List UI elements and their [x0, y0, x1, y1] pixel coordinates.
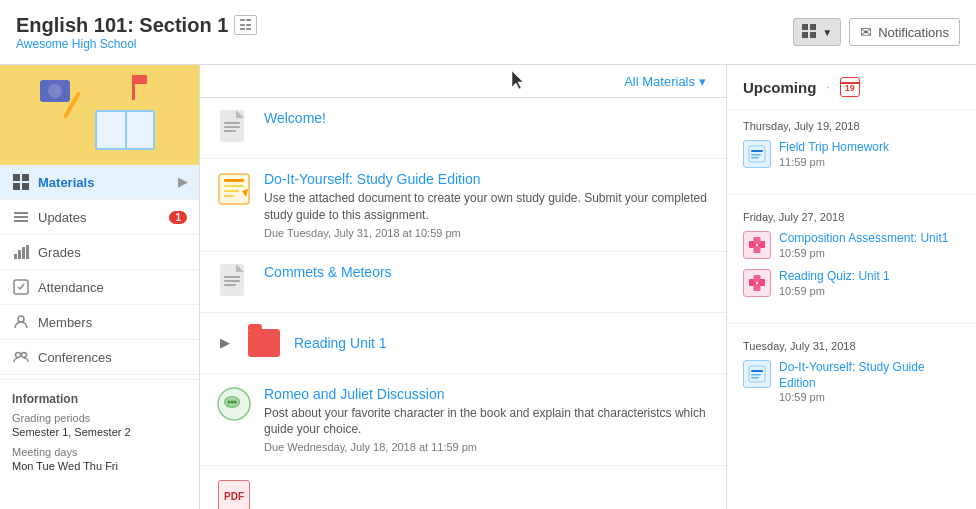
commets-item-body: Commets & Meteors [264, 264, 710, 280]
document2-icon [216, 264, 252, 300]
romeo-due: Due Wednesday, July 18, 2018 at 11:59 pm [264, 441, 710, 453]
meeting-days-value: Mon Tue Wed Thu Fri [12, 460, 187, 472]
sidebar-item-members[interactable]: Members [0, 305, 199, 340]
composition-title[interactable]: Composition Assessment: Unit1 [779, 231, 960, 247]
dropdown-chevron-icon: ▾ [699, 74, 706, 89]
svg-rect-3 [22, 183, 29, 190]
attendance-icon [12, 278, 30, 296]
svg-rect-22 [224, 130, 236, 132]
sidebar-item-attendance[interactable]: Attendance [0, 270, 199, 305]
top-bar-left: English 101: Section 1 ☷ Awesome High Sc… [16, 14, 257, 51]
divider [727, 194, 976, 195]
flag-shape [132, 75, 135, 100]
members-icon [12, 313, 30, 331]
svg-rect-54 [751, 374, 761, 376]
grading-periods-value: Semester 1, Semester 2 [12, 426, 187, 438]
view-toggle-button[interactable]: ▼ [793, 18, 841, 46]
commets-title[interactable]: Commets & Meteors [264, 264, 710, 280]
notifications-label: Notifications [878, 25, 949, 40]
all-materials-button[interactable]: All Materials ▾ [624, 74, 706, 89]
main-layout: Materials ▶ Updates 1 Grades At [0, 65, 976, 509]
meeting-days-label: Meeting days [12, 446, 187, 458]
folder-toggle-icon[interactable]: ▶ [216, 334, 234, 352]
page-title: English 101: Section 1 ☷ [16, 14, 257, 37]
diy-description: Use the attached document to create your… [264, 190, 710, 224]
svg-rect-20 [224, 122, 240, 124]
conferences-icon [12, 348, 30, 366]
sidebar-item-updates-label: Updates [38, 210, 161, 225]
pdf-icon: PDF [216, 478, 252, 509]
svg-rect-5 [14, 216, 28, 218]
svg-rect-42 [751, 154, 761, 156]
sidebar-item-grades[interactable]: Grades [0, 235, 199, 270]
content-main: All Materials ▾ [200, 65, 726, 509]
info-section-title: Information [12, 392, 187, 406]
list-item: ▶ Reading Unit 1 [200, 313, 726, 374]
reading-quiz-title[interactable]: Reading Quiz: Unit 1 [779, 269, 960, 285]
sidebar-item-conferences[interactable]: Conferences [0, 340, 199, 375]
calendar-day-number: 19 [845, 84, 855, 93]
all-materials-label: All Materials [624, 74, 695, 89]
sidebar-item-members-label: Members [38, 315, 187, 330]
diy-event-icon [743, 360, 771, 388]
upcoming-section-1: Friday, July 27, 2018 Composition Assess… [727, 201, 976, 317]
sidebar-item-grades-label: Grades [38, 245, 187, 260]
hero-illustration [35, 75, 165, 155]
svg-rect-25 [224, 185, 244, 187]
upcoming-dot: · [826, 80, 829, 94]
svg-rect-26 [224, 190, 239, 192]
welcome-title[interactable]: Welcome! [264, 110, 710, 126]
cursor-icon [512, 71, 526, 91]
book-shape [95, 110, 155, 150]
pdf-shape: PDF [218, 480, 250, 509]
assignment-icon [216, 171, 252, 207]
sidebar-item-conferences-label: Conferences [38, 350, 187, 365]
svg-point-15 [16, 353, 21, 358]
upcoming-date-1: Friday, July 27, 2018 [743, 211, 960, 223]
document-icon [216, 110, 252, 146]
material-list: Welcome! [200, 98, 726, 509]
romeo-description: Post about your favorite character in th… [264, 405, 710, 439]
svg-rect-55 [751, 377, 759, 379]
svg-rect-53 [751, 370, 763, 372]
list-item: Do-It-Yourself: Study Guide Edition Use … [200, 159, 726, 252]
upcoming-event-reading-quiz: Reading Quiz: Unit 1 10:59 pm [743, 269, 960, 297]
svg-point-16 [22, 353, 27, 358]
calendar-icon[interactable]: 19 [840, 77, 860, 97]
sidebar-nav: Materials ▶ Updates 1 Grades At [0, 165, 199, 375]
field-trip-body: Field Trip Homework 11:59 pm [779, 140, 960, 168]
svg-rect-41 [751, 150, 763, 152]
divider-2 [727, 323, 976, 324]
list-item: Commets & Meteors [200, 252, 726, 313]
welcome-item-body: Welcome! [264, 110, 710, 126]
sidebar-item-updates[interactable]: Updates 1 [0, 200, 199, 235]
upcoming-event-composition: Composition Assessment: Unit1 10:59 pm [743, 231, 960, 259]
updates-badge: 1 [169, 211, 187, 224]
diy-upcoming-title[interactable]: Do-It-Yourself: Study Guide Edition [779, 360, 960, 391]
svg-rect-50 [754, 275, 761, 282]
course-hero-image [0, 65, 199, 165]
field-trip-title[interactable]: Field Trip Homework [779, 140, 960, 156]
dropdown-arrow-icon: ▼ [822, 27, 832, 38]
notifications-button[interactable]: ✉ Notifications [849, 18, 960, 46]
top-bar: English 101: Section 1 ☷ Awesome High Sc… [0, 0, 976, 65]
romeo-title[interactable]: Romeo and Juliet Discussion [264, 386, 710, 402]
svg-rect-4 [14, 212, 28, 214]
folder-shape [248, 329, 280, 357]
svg-point-38 [231, 400, 234, 403]
diy-title[interactable]: Do-It-Yourself: Study Guide Edition [264, 171, 710, 187]
svg-rect-10 [26, 245, 29, 259]
svg-point-37 [228, 400, 231, 403]
edit-icon[interactable]: ☷ [234, 15, 257, 35]
sidebar-item-materials[interactable]: Materials ▶ [0, 165, 199, 200]
top-bar-right: ▼ ✉ Notifications [793, 18, 960, 46]
envelope-icon: ✉ [860, 24, 872, 40]
title-text: English 101: Section 1 [16, 14, 228, 37]
grading-periods-label: Grading periods [12, 412, 187, 424]
reading-unit-title[interactable]: Reading Unit 1 [294, 335, 710, 351]
svg-rect-32 [224, 280, 240, 282]
upcoming-header: Upcoming · 19 [727, 65, 976, 110]
school-name[interactable]: Awesome High School [16, 37, 257, 51]
page-title-area: English 101: Section 1 ☷ Awesome High Sc… [16, 14, 257, 51]
svg-rect-27 [224, 195, 234, 197]
